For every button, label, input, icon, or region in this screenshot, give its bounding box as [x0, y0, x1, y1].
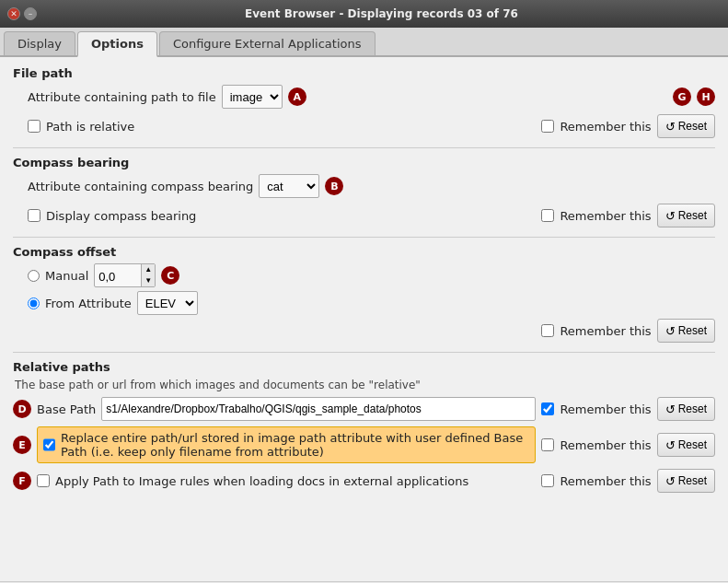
compass-offset-reset-icon — [665, 324, 676, 338]
relative-paths-desc: The base path or url from which images a… — [13, 379, 715, 391]
spinbox-up-button[interactable]: ▲ — [142, 264, 155, 275]
compass-offset-reset-label: Reset — [678, 324, 707, 337]
badge-h: H — [697, 87, 715, 106]
compass-offset-right-controls: Remember this Reset — [541, 319, 715, 343]
file-path-remember-checkbox[interactable] — [541, 120, 554, 133]
base-path-reset-icon — [665, 402, 676, 416]
minimize-icon: – — [29, 9, 33, 18]
tab-bar: Display Options Configure External Appli… — [0, 28, 728, 57]
compass-bearing-attr-label: Attribute containing compass bearing — [13, 180, 253, 193]
close-button[interactable]: ✕ — [7, 7, 20, 20]
apply-path-label: Apply Path to Image rules when loading d… — [55, 474, 468, 488]
badge-a: A — [288, 87, 306, 106]
titlebar: ✕ – Event Browser - Displaying records 0… — [0, 0, 728, 28]
compass-offset-remember-label: Remember this — [560, 324, 651, 338]
file-path-title: File path — [13, 66, 715, 80]
display-compass-checkbox[interactable] — [28, 209, 40, 222]
badge-f: F — [13, 472, 31, 490]
close-icon: ✕ — [10, 9, 17, 18]
compass-bearing-section: Compass bearing Attribute containing com… — [13, 156, 715, 227]
replace-path-reset-button[interactable]: Reset — [657, 433, 715, 457]
compass-offset-remember-row: Remember this Reset — [13, 319, 715, 343]
path-is-relative-row: Path is relative Remember this Reset — [13, 114, 715, 138]
apply-path-reset-icon — [665, 474, 676, 488]
replace-path-label: Replace entire path/url stored in image … — [61, 431, 529, 459]
spinbox-down-button[interactable]: ▼ — [142, 275, 155, 286]
manual-spinbox-input[interactable] — [95, 264, 141, 287]
replace-path-remember-checkbox[interactable] — [541, 438, 554, 451]
compass-offset-reset-button[interactable]: Reset — [657, 319, 715, 343]
from-attribute-label: From Attribute — [45, 297, 132, 310]
file-path-reset-button[interactable]: Reset — [657, 114, 715, 138]
base-path-remember-label: Remember this — [560, 402, 651, 416]
compass-bearing-title: Compass bearing — [13, 156, 715, 169]
replace-path-reset-label: Reset — [678, 438, 707, 451]
compass-bearing-attribute-row: Attribute containing compass bearing cat… — [13, 174, 715, 198]
base-path-remember-checkbox[interactable] — [541, 402, 554, 415]
manual-radio[interactable] — [28, 270, 40, 282]
tab-configure-external[interactable]: Configure External Applications — [159, 31, 376, 55]
base-path-reset-button[interactable]: Reset — [657, 397, 715, 421]
apply-path-reset-label: Reset — [678, 474, 707, 487]
compass-remember-label: Remember this — [560, 209, 651, 223]
from-attribute-select[interactable]: ELEV cat image — [137, 291, 198, 315]
compass-reset-button[interactable]: Reset — [657, 204, 715, 227]
badge-b: B — [325, 177, 343, 195]
relative-paths-title: Relative paths — [13, 360, 715, 374]
window-title: Event Browser - Displaying records 03 of… — [42, 7, 721, 20]
from-attribute-row: From Attribute ELEV cat image — [13, 291, 715, 315]
badge-g: G — [673, 87, 691, 106]
apply-path-remember-checkbox[interactable] — [541, 474, 554, 487]
replace-path-reset-icon — [665, 438, 676, 452]
base-path-input[interactable] — [101, 397, 536, 421]
replace-path-right-controls: Remember this Reset — [541, 426, 715, 463]
compass-reset-icon — [665, 209, 676, 223]
tab-options[interactable]: Options — [77, 31, 157, 57]
file-path-reset-icon — [665, 120, 676, 134]
file-path-remember-label: Remember this — [560, 120, 651, 134]
compass-offset-section: Compass offset Manual ▲ ▼ C From Attribu… — [13, 245, 715, 343]
file-path-attribute-row: Attribute containing path to file image … — [13, 85, 715, 109]
file-path-attribute-select[interactable]: image cat ELEV — [222, 85, 283, 109]
spinbox-buttons[interactable]: ▲ ▼ — [141, 264, 155, 286]
path-is-relative-checkbox[interactable] — [28, 120, 40, 133]
window-controls[interactable]: ✕ – — [7, 7, 37, 20]
manual-label: Manual — [45, 269, 88, 283]
replace-path-remember-label: Remember this — [560, 438, 651, 452]
from-attribute-radio[interactable] — [28, 297, 40, 309]
manual-row: Manual ▲ ▼ C — [13, 263, 715, 287]
main-content: File path Attribute containing path to f… — [0, 57, 728, 581]
display-compass-row: Display compass bearing Remember this Re… — [13, 204, 715, 227]
file-path-section: File path Attribute containing path to f… — [13, 66, 715, 138]
display-compass-label: Display compass bearing — [46, 209, 196, 223]
base-path-row: D Base Path Remember this Reset — [13, 397, 715, 421]
compass-bearing-select[interactable]: cat image ELEV — [259, 174, 319, 198]
base-path-label: Base Path — [37, 402, 96, 416]
file-path-reset-label: Reset — [678, 120, 707, 133]
compass-right-controls: Remember this Reset — [541, 204, 715, 227]
replace-path-checkbox[interactable] — [43, 438, 55, 451]
replace-path-outer-row: E Replace entire path/url stored in imag… — [13, 426, 715, 463]
apply-path-right-controls: Remember this Reset — [541, 469, 715, 493]
attribute-label: Attribute containing path to file — [13, 90, 216, 104]
compass-remember-checkbox[interactable] — [541, 209, 554, 222]
compass-reset-label: Reset — [678, 209, 707, 222]
manual-spinbox[interactable]: ▲ ▼ — [94, 263, 156, 287]
path-is-relative-label: Path is relative — [46, 120, 134, 134]
compass-offset-title: Compass offset — [13, 245, 715, 259]
badge-e: E — [13, 436, 31, 454]
apply-path-reset-button[interactable]: Reset — [657, 469, 715, 493]
apply-path-remember-label: Remember this — [560, 474, 651, 488]
base-path-reset-label: Reset — [678, 402, 707, 415]
compass-offset-remember-checkbox[interactable] — [541, 324, 554, 337]
tab-display[interactable]: Display — [4, 31, 75, 55]
replace-path-warning-row: Replace entire path/url stored in image … — [37, 426, 536, 463]
apply-path-checkbox[interactable] — [37, 474, 50, 487]
relative-paths-section: Relative paths The base path or url from… — [13, 360, 715, 493]
badge-c: C — [161, 266, 179, 285]
minimize-button[interactable]: – — [24, 7, 37, 20]
apply-path-row: F Apply Path to Image rules when loading… — [13, 469, 715, 493]
file-path-right-controls: Remember this Reset — [541, 114, 715, 138]
badge-d: D — [13, 400, 31, 418]
